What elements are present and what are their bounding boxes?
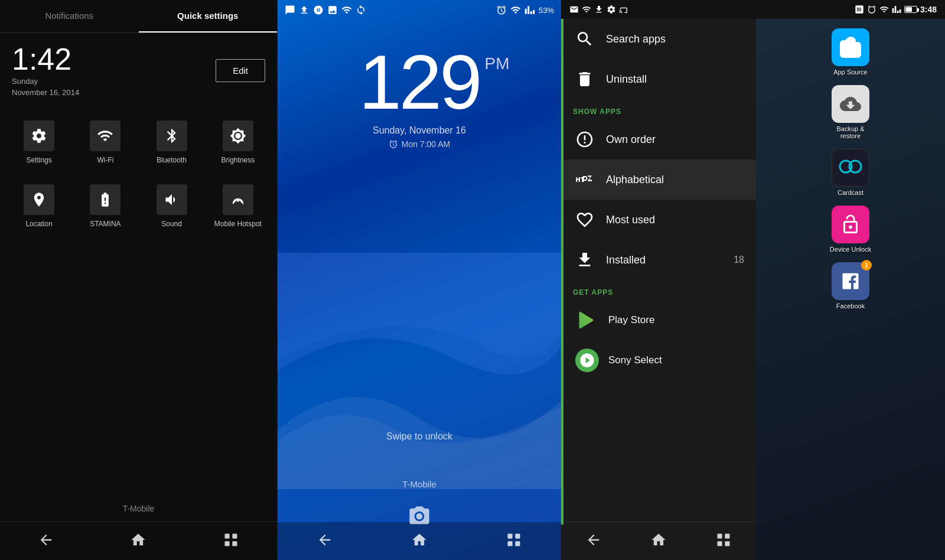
wave-decoration (278, 253, 561, 489)
alphabetical-icon (575, 170, 594, 189)
cast-icon (619, 5, 628, 14)
sound-icon (164, 191, 180, 208)
installed-label: Installed (606, 254, 646, 266)
brightness-label: Brightness (221, 156, 255, 164)
right-status-bar: 3:48 (561, 0, 945, 19)
alarm-icon (389, 139, 398, 149)
wifi-signal-icon (510, 5, 521, 15)
drawer-own-order[interactable]: Own order (561, 119, 756, 159)
current-time: 1:42 (12, 44, 79, 74)
app-source-label: App Source (833, 69, 867, 76)
email-icon (569, 5, 579, 14)
svg-rect-3 (232, 541, 237, 546)
battery-percent: 53% (539, 6, 554, 15)
qs-settings[interactable]: Settings (6, 109, 72, 172)
drawer-alphabetical[interactable]: Alphabetical (561, 159, 756, 200)
download-icon (594, 5, 604, 14)
svg-rect-9 (725, 534, 729, 539)
app-icons-panel: App Source Backup & restore (756, 19, 945, 560)
backup-label: Backup & restore (836, 125, 864, 139)
device-unlock-label: Device Unlock (830, 246, 871, 253)
search-apps-label: Search apps (606, 33, 666, 45)
cardcast-label: Cardcast (838, 189, 863, 196)
qs-brightness[interactable]: Brightness (205, 109, 271, 172)
facebook-label: Facebook (836, 302, 865, 310)
app-drawer-panel: Search apps Uninstall SHOW APPS Own orde… (561, 19, 756, 560)
lock-alarm: Mon 7:00 AM (359, 139, 480, 149)
tab-quick-settings[interactable]: Quick settings (139, 0, 278, 32)
svg-rect-10 (718, 541, 722, 546)
google-icon (313, 5, 324, 15)
alphabetical-label: Alphabetical (606, 174, 664, 186)
device-unlock-item[interactable]: Device Unlock (824, 206, 877, 253)
location-icon (31, 191, 47, 208)
heart-icon (575, 210, 594, 229)
current-day: Sunday (12, 77, 79, 86)
svg-rect-8 (718, 534, 722, 539)
sound-icon-bg (157, 184, 187, 215)
tab-notifications[interactable]: Notifications (0, 0, 139, 32)
svg-rect-7 (515, 541, 520, 546)
lock-home-button[interactable] (411, 532, 428, 551)
stamina-label: STAMINA (90, 220, 120, 228)
drawer-play-store[interactable]: Play Store (561, 300, 756, 340)
installed-icon (575, 250, 594, 269)
sync-icon (356, 5, 366, 15)
qs-stamina[interactable]: STAMINA (72, 172, 138, 236)
settings-icon-status (607, 5, 616, 14)
drawer-and-icons: Search apps Uninstall SHOW APPS Own orde… (561, 19, 945, 560)
drawer-back-button[interactable] (585, 532, 602, 551)
qs-hotspot[interactable]: Mobile Hotspot (205, 172, 271, 236)
brightness-icon-bg (223, 121, 253, 151)
drawer-uninstall[interactable]: Uninstall (561, 59, 756, 99)
drawer-home-button[interactable] (650, 532, 667, 551)
hotspot-label: Mobile Hotspot (214, 220, 262, 228)
qs-location[interactable]: Location (6, 172, 72, 236)
qs-wifi[interactable]: Wi-Fi (72, 109, 138, 172)
alarm-time: Mon 7:00 AM (402, 139, 451, 149)
recents-button[interactable] (223, 532, 239, 551)
camera-button[interactable] (408, 504, 431, 530)
edit-button[interactable]: Edit (216, 59, 265, 82)
drawer-recents-button[interactable] (715, 532, 732, 551)
svg-rect-1 (232, 534, 237, 539)
get-apps-section: GET APPS (561, 280, 756, 300)
facebook-badge: 1 (861, 260, 872, 271)
stamina-icon (97, 191, 113, 208)
app-source-svg (840, 37, 861, 58)
app-source-item[interactable]: App Source (824, 28, 877, 76)
drawer-nav-bar (561, 522, 756, 560)
lockscreen-status-bar: 53% (278, 0, 561, 20)
own-order-icon (575, 130, 594, 149)
uninstall-icon (575, 70, 594, 89)
carrier-text: T-Mobile (0, 496, 277, 522)
qs-bluetooth[interactable]: Bluetooth (139, 109, 205, 172)
drawer-sony-select[interactable]: Sony Select (561, 340, 756, 380)
drawer-search-apps[interactable]: Search apps (561, 19, 756, 59)
alarm-icon-right (867, 5, 876, 14)
battery-icon (904, 6, 917, 13)
qs-sound[interactable]: Sound (139, 172, 205, 236)
wifi-status-icon (341, 5, 352, 15)
cardcast-icon (832, 149, 869, 187)
backup-restore-item[interactable]: Backup & restore (824, 85, 877, 139)
device-unlock-icon (832, 206, 869, 243)
photo-icon (327, 5, 338, 15)
lock-ampm: PM (484, 54, 509, 73)
lock-recents-button[interactable] (506, 532, 522, 551)
hotspot-icon-bg (223, 184, 253, 215)
svg-rect-2 (224, 541, 229, 546)
facebook-item[interactable]: 1 Facebook (824, 262, 877, 310)
wifi-icon-right (879, 5, 889, 14)
cardcast-item[interactable]: Cardcast (824, 149, 877, 196)
home-button[interactable] (130, 532, 146, 551)
backup-svg (840, 93, 861, 115)
drawer-installed[interactable]: Installed 18 (561, 240, 756, 280)
lock-back-button[interactable] (317, 532, 333, 551)
drawer-most-used[interactable]: Most used (561, 200, 756, 240)
quick-settings-grid: Settings Wi-Fi Bluetooth Brightness (0, 103, 277, 242)
uninstall-label: Uninstall (606, 73, 647, 86)
current-date: November 16, 2014 (12, 88, 79, 97)
svg-rect-6 (508, 541, 513, 546)
back-button[interactable] (38, 532, 54, 551)
